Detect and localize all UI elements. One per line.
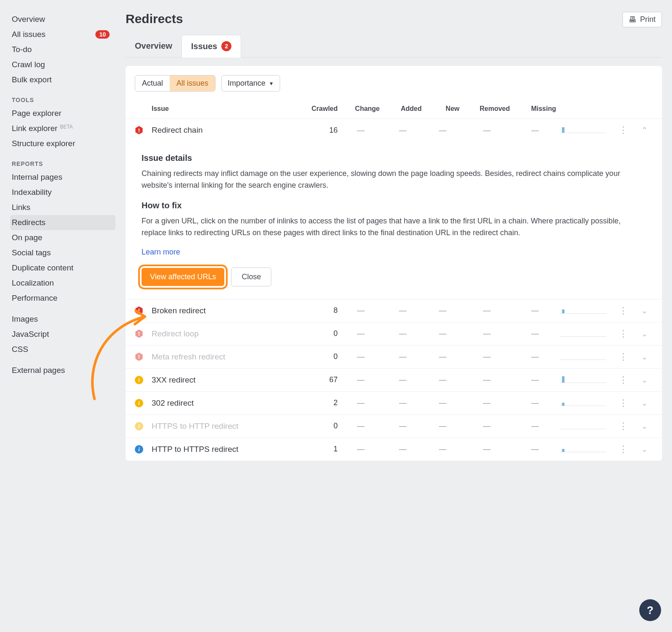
kebab-icon[interactable]: ⋮ — [615, 125, 632, 136]
kebab-icon[interactable]: ⋮ — [615, 328, 632, 339]
chevron-down-icon[interactable]: ⌄ — [636, 329, 653, 338]
empty-value: — — [426, 306, 459, 315]
sidebar-item-all-issues[interactable]: All issues10 — [10, 27, 116, 42]
sidebar-item-label: External pages — [12, 366, 65, 375]
close-button[interactable]: Close — [231, 267, 271, 286]
kebab-icon[interactable]: ⋮ — [615, 444, 632, 455]
chevron-up-icon[interactable]: ⌃ — [636, 126, 653, 135]
table-row[interactable]: Meta refresh redirect0—————⋮⌄ — [126, 346, 662, 369]
sidebar-item-redirects[interactable]: Redirects — [10, 215, 116, 230]
sidebar-item-on-page[interactable]: On page — [10, 230, 116, 245]
empty-value: — — [514, 306, 556, 315]
col-added: Added — [384, 105, 422, 113]
empty-value: — — [384, 306, 422, 315]
sidebar-item-to-do[interactable]: To-do — [10, 42, 116, 57]
kebab-icon[interactable]: ⋮ — [615, 375, 632, 385]
table-row[interactable]: Redirect chain16—————⋮⌃ — [126, 119, 662, 142]
crawled-value: 1 — [300, 445, 338, 454]
sidebar-item-crawl-log[interactable]: Crawl log — [10, 57, 116, 72]
crawled-value: 0 — [300, 352, 338, 361]
empty-value: — — [514, 422, 556, 430]
empty-value: — — [342, 375, 380, 384]
sidebar-item-label: Internal pages — [12, 173, 62, 182]
kebab-icon[interactable]: ⋮ — [615, 351, 632, 362]
table-row[interactable]: HTTP to HTTPS redirect1—————⋮⌄ — [126, 438, 662, 461]
sidebar-item-label: Links — [12, 203, 30, 212]
chevron-down-icon[interactable]: ⌄ — [636, 352, 653, 362]
kebab-icon[interactable]: ⋮ — [615, 305, 632, 316]
sidebar-item-structure-explorer[interactable]: Structure explorer — [10, 136, 116, 151]
filter-actual[interactable]: Actual — [135, 76, 170, 91]
sidebar-item-label: Link explorerBETA — [12, 124, 73, 133]
sidebar-item-label: Bulk export — [12, 75, 52, 84]
empty-value: — — [342, 329, 380, 338]
sidebar-item-social-tags[interactable]: Social tags — [10, 245, 116, 260]
sidebar-item-link-explorer[interactable]: Link explorerBETA — [10, 121, 116, 136]
sidebar-item-label: JavaScript — [12, 330, 49, 339]
sidebar-item-overview[interactable]: Overview — [10, 12, 116, 27]
sidebar-item-duplicate-content[interactable]: Duplicate content — [10, 260, 116, 275]
chevron-down-icon[interactable]: ⌄ — [636, 445, 653, 454]
table-row[interactable]: 302 redirect2—————⋮⌄ — [126, 392, 662, 415]
sidebar-item-label: Social tags — [12, 248, 51, 257]
table-row[interactable]: 3XX redirect67—————⋮⌄ — [126, 369, 662, 392]
kebab-icon[interactable]: ⋮ — [615, 398, 632, 409]
tab-issues[interactable]: Issues 2 — [181, 35, 241, 58]
empty-value: — — [464, 422, 510, 430]
info-icon — [135, 445, 143, 454]
sidebar-item-label: Crawl log — [12, 60, 45, 69]
sidebar-item-images[interactable]: Images — [10, 312, 116, 327]
empty-value: — — [514, 126, 556, 135]
sidebar: OverviewAll issues10To-doCrawl logBulk e… — [0, 0, 116, 632]
sidebar-section-reports: REPORTS — [10, 151, 116, 170]
sidebar-item-bulk-export[interactable]: Bulk export — [10, 72, 116, 87]
sidebar-item-indexability[interactable]: Indexability — [10, 185, 116, 200]
empty-value: — — [514, 375, 556, 384]
chevron-down-icon[interactable]: ⌄ — [636, 375, 653, 385]
chevron-down-icon[interactable]: ⌄ — [636, 422, 653, 431]
sidebar-item-links[interactable]: Links — [10, 200, 116, 215]
importance-dropdown[interactable]: Importance ▼ — [221, 75, 280, 92]
sidebar-item-javascript[interactable]: JavaScript — [10, 327, 116, 342]
empty-value: — — [384, 375, 422, 384]
empty-value: — — [384, 329, 422, 338]
sidebar-item-performance[interactable]: Performance — [10, 291, 116, 306]
sidebar-item-label: Duplicate content — [12, 263, 74, 273]
sidebar-item-label: All issues — [12, 30, 45, 39]
sidebar-item-label: To-do — [12, 45, 32, 54]
print-button[interactable]: 🖶 Print — [622, 12, 662, 27]
chevron-down-icon[interactable]: ⌄ — [636, 399, 653, 408]
tab-overview[interactable]: Overview — [126, 35, 181, 57]
tabs: Overview Issues 2 — [126, 35, 662, 58]
sidebar-item-localization[interactable]: Localization — [10, 275, 116, 291]
table-row[interactable]: Broken redirect8—————⋮⌄ — [126, 299, 662, 323]
learn-more-link[interactable]: Learn more — [142, 248, 180, 257]
sidebar-item-internal-pages[interactable]: Internal pages — [10, 170, 116, 185]
empty-value: — — [464, 329, 510, 338]
sidebar-item-page-explorer[interactable]: Page explorer — [10, 106, 116, 121]
view-affected-urls-button[interactable]: View affected URLs — [142, 268, 224, 286]
tab-issues-badge: 2 — [221, 41, 231, 51]
filter-all-issues[interactable]: All issues — [170, 76, 215, 91]
empty-value: — — [464, 352, 510, 361]
beta-badge: BETA — [60, 124, 73, 130]
empty-value: — — [514, 399, 556, 407]
crawled-value: 8 — [300, 306, 338, 315]
sidebar-item-css[interactable]: CSS — [10, 342, 116, 357]
empty-value: — — [342, 422, 380, 430]
help-button[interactable]: ? — [639, 599, 661, 621]
sidebar-item-label: Images — [12, 315, 38, 324]
sidebar-item-label: Performance — [12, 294, 58, 303]
empty-value: — — [464, 306, 510, 315]
kebab-icon[interactable]: ⋮ — [615, 421, 632, 432]
sparkline — [560, 352, 606, 362]
error-icon — [135, 353, 143, 361]
table-row[interactable]: Redirect loop0—————⋮⌄ — [126, 323, 662, 346]
chevron-down-icon[interactable]: ⌄ — [636, 306, 653, 315]
empty-value: — — [342, 306, 380, 315]
empty-value: — — [426, 352, 459, 361]
sidebar-item-external-pages[interactable]: External pages — [10, 363, 116, 378]
table-row[interactable]: HTTPS to HTTP redirect0—————⋮⌄ — [126, 415, 662, 438]
issue-details: Issue detailsChaining redirects may infl… — [126, 142, 662, 299]
empty-value: — — [342, 126, 380, 135]
